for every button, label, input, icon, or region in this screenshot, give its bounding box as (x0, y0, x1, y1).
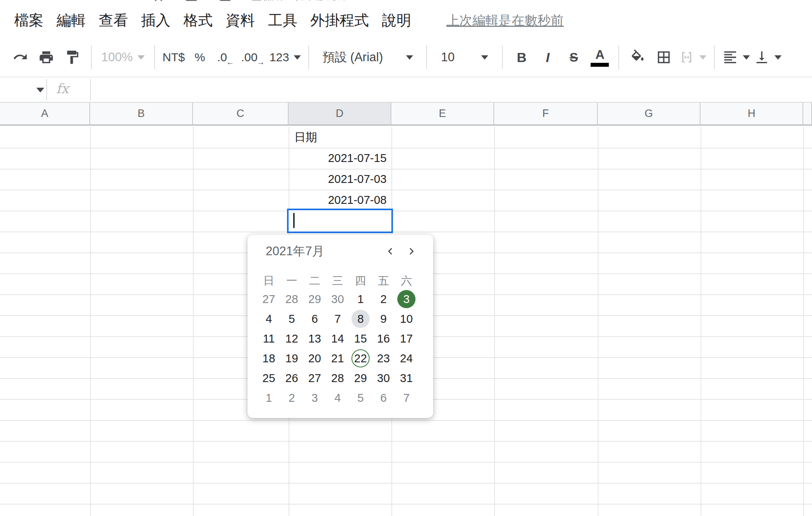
cloud-status-icon[interactable] (217, 0, 233, 3)
font-family-select[interactable]: 預設 (Arial) (317, 43, 419, 72)
calendar-day-out[interactable]: 3 (303, 388, 326, 408)
calendar-day[interactable]: 29 (349, 368, 372, 388)
weekday-label-3: 三 (326, 273, 349, 289)
menu-item-help[interactable]: 說明 (382, 11, 411, 30)
formula-input[interactable] (92, 77, 812, 102)
calendar-day[interactable]: 11 (257, 329, 280, 348)
move-folder-icon[interactable] (184, 0, 199, 3)
menu-item-edit[interactable]: 編輯 (57, 11, 86, 30)
cell-d4[interactable]: 2021-07-08 (289, 190, 391, 211)
calendar-day-out[interactable]: 27 (257, 289, 280, 309)
calendar-day[interactable]: 26 (280, 368, 303, 388)
merge-cells-button[interactable] (679, 43, 706, 72)
active-cell-editor[interactable] (287, 209, 393, 233)
calendar-day-out[interactable]: 4 (326, 388, 349, 408)
calendar-day[interactable]: 19 (280, 348, 303, 368)
print-button[interactable] (35, 43, 57, 72)
toolbar-separator (502, 45, 503, 69)
increase-decimal-button[interactable]: .00→ (241, 43, 266, 72)
calendar-day[interactable]: 31 (395, 368, 418, 388)
italic-button[interactable]: I (536, 43, 559, 72)
calendar-day[interactable]: 15 (349, 329, 372, 348)
borders-button[interactable] (653, 43, 675, 72)
menu-item-format[interactable]: 格式 (183, 11, 213, 30)
column-header-g[interactable]: G (598, 103, 701, 124)
column-header-c[interactable]: C (193, 103, 289, 124)
menu-item-add-ons[interactable]: 外掛程式 (310, 11, 369, 30)
previous-month-button[interactable] (380, 243, 401, 260)
calendar-day[interactable]: 14 (326, 329, 349, 348)
column-header-i[interactable] (803, 103, 812, 124)
calendar-day[interactable]: 13 (303, 329, 326, 348)
calendar-day-out[interactable]: 7 (395, 388, 418, 408)
calendar-day[interactable]: 27 (303, 368, 326, 388)
calendar-day-out[interactable]: 1 (257, 388, 280, 408)
decrease-decimal-button[interactable]: .0← (215, 43, 237, 72)
cell-d1[interactable]: 日期 (289, 127, 391, 148)
calendar-day-today[interactable]: 8 (349, 309, 372, 329)
column-header-a[interactable]: A (0, 103, 90, 124)
calendar-day[interactable]: 2 (372, 289, 395, 309)
column-header-b[interactable]: B (90, 103, 193, 124)
calendar-day[interactable]: 17 (395, 329, 418, 348)
paint-format-button[interactable] (61, 43, 83, 72)
calendar-day[interactable]: 7 (326, 309, 349, 329)
redo-button[interactable] (9, 43, 31, 72)
strikethrough-button[interactable]: S (563, 43, 585, 72)
column-header-e[interactable]: E (391, 103, 494, 124)
column-header-f[interactable]: F (494, 103, 598, 124)
saved-status-text[interactable]: 已儲存到雲端硬碟 (250, 0, 348, 3)
next-month-button[interactable] (401, 243, 421, 260)
menu-item-data[interactable]: 資料 (226, 11, 255, 30)
menu-item-tools[interactable]: 工具 (268, 11, 297, 30)
calendar-day[interactable]: 28 (326, 368, 349, 388)
horizontal-align-button[interactable] (722, 43, 750, 72)
calendar-day[interactable]: 30 (372, 368, 395, 388)
currency-format-button[interactable]: NT$ (162, 43, 185, 72)
menu-item-view[interactable]: 查看 (99, 11, 128, 30)
star-icon[interactable] (151, 0, 166, 3)
menu-bar: 檔案編輯查看插入格式資料工具外掛程式說明 上次編輯是在數秒前 (14, 10, 812, 31)
percent-format-button[interactable]: % (189, 43, 211, 72)
formula-bar-separator (90, 79, 91, 100)
zoom-select[interactable]: 100% (99, 43, 147, 72)
calendar-day-label: 4 (329, 389, 347, 407)
bold-button[interactable]: B (510, 43, 533, 72)
column-header-h[interactable]: H (701, 103, 803, 124)
calendar-day-out[interactable]: 5 (349, 388, 372, 408)
calendar-day[interactable]: 21 (326, 348, 349, 368)
calendar-day-out[interactable]: 30 (326, 289, 349, 309)
calendar-day[interactable]: 10 (395, 309, 418, 329)
calendar-day[interactable]: 4 (257, 309, 280, 329)
column-header-d[interactable]: D (289, 103, 391, 124)
calendar-day-out[interactable]: 6 (372, 388, 395, 408)
calendar-day[interactable]: 1 (349, 289, 372, 309)
calendar-day[interactable]: 9 (372, 309, 395, 329)
calendar-day[interactable]: 12 (280, 329, 303, 348)
calendar-day[interactable]: 25 (257, 368, 280, 388)
vertical-align-button[interactable] (754, 43, 782, 72)
font-size-select[interactable]: 10 (434, 43, 495, 72)
calendar-day-out[interactable]: 28 (280, 289, 303, 309)
last-edited-link[interactable]: 上次編輯是在數秒前 (446, 12, 564, 30)
text-color-button[interactable]: A (589, 43, 611, 72)
menu-item-file[interactable]: 檔案 (14, 11, 43, 30)
cell-d3[interactable]: 2021-07-03 (289, 169, 391, 190)
document-title[interactable]: 未命名的試算表 (14, 0, 133, 3)
more-formats-button[interactable]: 123 (269, 43, 301, 72)
cell-d2[interactable]: 2021-07-15 (289, 148, 391, 169)
calendar-day[interactable]: 16 (372, 329, 395, 348)
calendar-day-out[interactable]: 2 (280, 388, 303, 408)
calendar-day[interactable]: 23 (372, 348, 395, 368)
calendar-day[interactable]: 6 (303, 309, 326, 329)
menu-item-insert[interactable]: 插入 (141, 11, 170, 30)
borders-icon (656, 49, 672, 65)
calendar-day[interactable]: 5 (280, 309, 303, 329)
calendar-day-selected[interactable]: 3 (395, 289, 418, 309)
calendar-day[interactable]: 18 (257, 348, 280, 368)
calendar-day[interactable]: 20 (303, 348, 326, 368)
calendar-day-ring[interactable]: 22 (349, 348, 372, 368)
calendar-day[interactable]: 24 (395, 348, 418, 368)
calendar-day-out[interactable]: 29 (303, 289, 326, 309)
fill-color-button[interactable] (627, 43, 649, 72)
